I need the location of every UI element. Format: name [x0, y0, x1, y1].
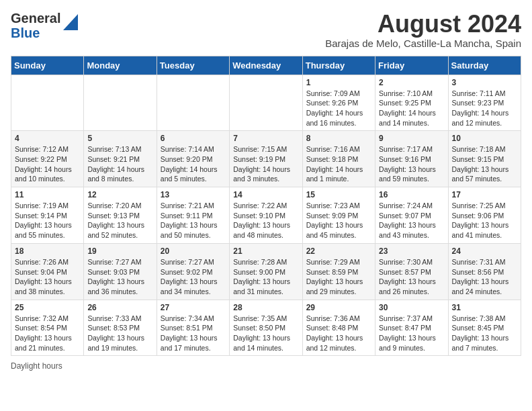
day-info: Sunrise: 7:22 AMSunset: 9:10 PMDaylight:…	[233, 201, 298, 240]
day-number: 7	[233, 134, 298, 143]
calendar-cell: 23Sunrise: 7:30 AMSunset: 8:57 PMDayligh…	[375, 243, 448, 300]
calendar-cell: 15Sunrise: 7:23 AMSunset: 9:09 PMDayligh…	[302, 187, 375, 244]
day-info: Sunrise: 7:17 AMSunset: 9:16 PMDaylight:…	[379, 144, 444, 184]
calendar-cell: 8Sunrise: 7:16 AMSunset: 9:18 PMDaylight…	[302, 131, 375, 187]
day-number: 26	[87, 303, 152, 312]
day-number: 3	[452, 78, 517, 87]
day-number: 30	[379, 303, 444, 312]
calendar-cell: 24Sunrise: 7:31 AMSunset: 8:56 PMDayligh…	[448, 243, 521, 300]
calendar-cell: 30Sunrise: 7:37 AMSunset: 8:47 PMDayligh…	[375, 300, 448, 356]
day-number: 1	[306, 78, 371, 87]
day-info: Sunrise: 7:35 AMSunset: 8:50 PMDaylight:…	[233, 314, 298, 353]
calendar-cell: 12Sunrise: 7:20 AMSunset: 9:13 PMDayligh…	[84, 187, 157, 244]
day-number: 24	[452, 246, 517, 256]
day-info: Sunrise: 7:10 AMSunset: 9:25 PMDaylight:…	[379, 89, 444, 128]
day-number: 5	[87, 134, 152, 143]
day-number: 21	[233, 246, 298, 256]
header: General Blue August 2024 Barajas de Melo…	[11, 11, 521, 49]
calendar-cell: 20Sunrise: 7:27 AMSunset: 9:02 PMDayligh…	[157, 243, 229, 300]
day-number: 2	[379, 78, 444, 87]
calendar-cell: 1Sunrise: 7:09 AMSunset: 9:26 PMDaylight…	[302, 75, 375, 131]
day-info: Sunrise: 7:11 AMSunset: 9:23 PMDaylight:…	[452, 89, 517, 128]
day-info: Sunrise: 7:13 AMSunset: 9:21 PMDaylight:…	[87, 144, 152, 184]
calendar-cell: 6Sunrise: 7:14 AMSunset: 9:20 PMDaylight…	[157, 131, 229, 187]
day-info: Sunrise: 7:21 AMSunset: 9:11 PMDaylight:…	[161, 201, 226, 240]
day-number: 15	[306, 190, 371, 199]
calendar-header-row: SundayMondayTuesdayWednesdayThursdayFrid…	[11, 56, 521, 75]
daylight-hours-label: Daylight hours	[11, 361, 62, 371]
calendar-cell: 25Sunrise: 7:32 AMSunset: 8:54 PMDayligh…	[11, 300, 84, 356]
calendar-cell	[11, 75, 84, 131]
calendar-cell: 2Sunrise: 7:10 AMSunset: 9:25 PMDaylight…	[375, 75, 448, 131]
svg-marker-0	[63, 14, 78, 30]
day-number: 25	[15, 303, 80, 312]
day-number: 10	[452, 134, 517, 143]
title-area: August 2024 Barajas de Melo, Castille-La…	[325, 11, 521, 49]
footer-note: Daylight hours	[11, 361, 521, 371]
logo-icon	[63, 11, 78, 30]
day-info: Sunrise: 7:25 AMSunset: 9:06 PMDaylight:…	[452, 201, 517, 240]
calendar-cell: 26Sunrise: 7:33 AMSunset: 8:53 PMDayligh…	[84, 300, 157, 356]
calendar-week-row: 25Sunrise: 7:32 AMSunset: 8:54 PMDayligh…	[11, 300, 521, 356]
day-info: Sunrise: 7:24 AMSunset: 9:07 PMDaylight:…	[379, 201, 444, 240]
day-info: Sunrise: 7:20 AMSunset: 9:13 PMDaylight:…	[87, 201, 152, 240]
calendar-cell: 29Sunrise: 7:36 AMSunset: 8:48 PMDayligh…	[302, 300, 375, 356]
calendar-header-thursday: Thursday	[302, 56, 375, 75]
day-number: 18	[15, 246, 80, 256]
day-number: 6	[161, 134, 226, 143]
day-info: Sunrise: 7:23 AMSunset: 9:09 PMDaylight:…	[306, 201, 371, 240]
calendar-cell: 31Sunrise: 7:38 AMSunset: 8:45 PMDayligh…	[448, 300, 521, 356]
month-year: August 2024	[325, 11, 521, 38]
day-info: Sunrise: 7:18 AMSunset: 9:15 PMDaylight:…	[452, 144, 517, 184]
calendar-header-monday: Monday	[84, 56, 157, 75]
day-info: Sunrise: 7:38 AMSunset: 8:45 PMDaylight:…	[452, 314, 517, 353]
day-number: 13	[161, 190, 226, 199]
calendar-header-sunday: Sunday	[11, 56, 84, 75]
calendar-cell	[230, 75, 302, 131]
day-info: Sunrise: 7:26 AMSunset: 9:04 PMDaylight:…	[15, 257, 80, 297]
day-number: 4	[15, 134, 80, 143]
day-info: Sunrise: 7:27 AMSunset: 9:02 PMDaylight:…	[161, 257, 226, 297]
day-info: Sunrise: 7:27 AMSunset: 9:03 PMDaylight:…	[87, 257, 152, 297]
calendar-week-row: 1Sunrise: 7:09 AMSunset: 9:26 PMDaylight…	[11, 75, 521, 131]
calendar-week-row: 18Sunrise: 7:26 AMSunset: 9:04 PMDayligh…	[11, 243, 521, 300]
calendar-header-wednesday: Wednesday	[230, 56, 302, 75]
day-info: Sunrise: 7:34 AMSunset: 8:51 PMDaylight:…	[161, 314, 226, 353]
calendar-cell: 28Sunrise: 7:35 AMSunset: 8:50 PMDayligh…	[230, 300, 302, 356]
calendar-header-saturday: Saturday	[448, 56, 521, 75]
day-number: 29	[306, 303, 371, 312]
calendar-cell: 17Sunrise: 7:25 AMSunset: 9:06 PMDayligh…	[448, 187, 521, 244]
calendar-body: 1Sunrise: 7:09 AMSunset: 9:26 PMDaylight…	[11, 75, 521, 356]
day-info: Sunrise: 7:12 AMSunset: 9:22 PMDaylight:…	[15, 144, 80, 184]
day-info: Sunrise: 7:32 AMSunset: 8:54 PMDaylight:…	[15, 314, 80, 353]
day-info: Sunrise: 7:29 AMSunset: 8:59 PMDaylight:…	[306, 257, 371, 297]
calendar-cell: 11Sunrise: 7:19 AMSunset: 9:14 PMDayligh…	[11, 187, 84, 244]
day-number: 19	[87, 246, 152, 256]
calendar-cell: 13Sunrise: 7:21 AMSunset: 9:11 PMDayligh…	[157, 187, 229, 244]
day-number: 12	[87, 190, 152, 199]
day-info: Sunrise: 7:37 AMSunset: 8:47 PMDaylight:…	[379, 314, 444, 353]
day-number: 9	[379, 134, 444, 143]
day-number: 20	[161, 246, 226, 256]
day-info: Sunrise: 7:33 AMSunset: 8:53 PMDaylight:…	[87, 314, 152, 353]
calendar-week-row: 11Sunrise: 7:19 AMSunset: 9:14 PMDayligh…	[11, 187, 521, 244]
logo: General Blue	[11, 11, 78, 40]
calendar-cell: 14Sunrise: 7:22 AMSunset: 9:10 PMDayligh…	[230, 187, 302, 244]
day-number: 16	[379, 190, 444, 199]
calendar-cell: 27Sunrise: 7:34 AMSunset: 8:51 PMDayligh…	[157, 300, 229, 356]
day-info: Sunrise: 7:31 AMSunset: 8:56 PMDaylight:…	[452, 257, 517, 297]
calendar-cell: 19Sunrise: 7:27 AMSunset: 9:03 PMDayligh…	[84, 243, 157, 300]
calendar-cell: 5Sunrise: 7:13 AMSunset: 9:21 PMDaylight…	[84, 131, 157, 187]
day-number: 28	[233, 303, 298, 312]
calendar-cell: 18Sunrise: 7:26 AMSunset: 9:04 PMDayligh…	[11, 243, 84, 300]
calendar-cell: 9Sunrise: 7:17 AMSunset: 9:16 PMDaylight…	[375, 131, 448, 187]
day-number: 17	[452, 190, 517, 199]
day-number: 11	[15, 190, 80, 199]
day-info: Sunrise: 7:19 AMSunset: 9:14 PMDaylight:…	[15, 201, 80, 240]
day-info: Sunrise: 7:36 AMSunset: 8:48 PMDaylight:…	[306, 314, 371, 353]
day-info: Sunrise: 7:15 AMSunset: 9:19 PMDaylight:…	[233, 144, 298, 184]
calendar-cell: 16Sunrise: 7:24 AMSunset: 9:07 PMDayligh…	[375, 187, 448, 244]
calendar-cell: 22Sunrise: 7:29 AMSunset: 8:59 PMDayligh…	[302, 243, 375, 300]
calendar-header-friday: Friday	[375, 56, 448, 75]
calendar-table: SundayMondayTuesdayWednesdayThursdayFrid…	[11, 56, 521, 357]
